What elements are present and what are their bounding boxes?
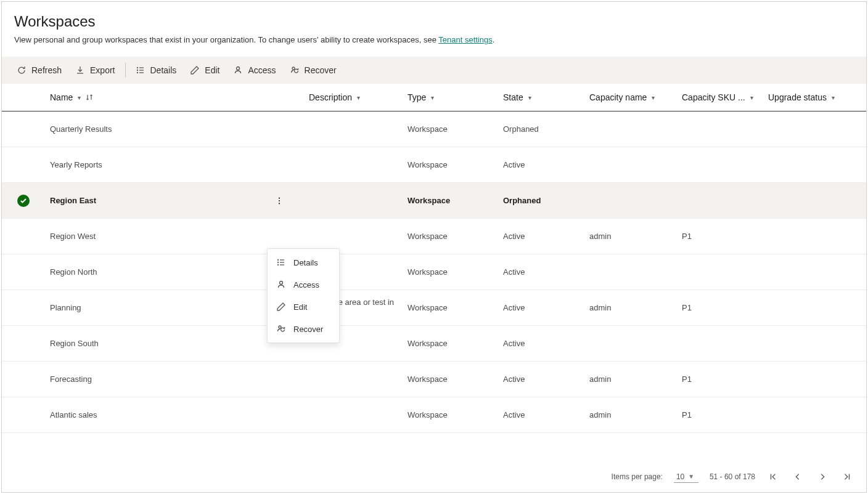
table-row[interactable]: Region EastWorkspaceOrphaned	[2, 183, 866, 219]
row-select-cell[interactable]	[2, 111, 45, 147]
cell-type: Workspace	[403, 147, 498, 183]
export-button[interactable]: Export	[69, 62, 121, 79]
cell-capacity-name: admin	[584, 362, 677, 397]
cell-upgrade-status	[763, 111, 866, 147]
export-label: Export	[90, 65, 115, 75]
toolbar-divider	[125, 63, 126, 78]
col-upgrade-status-header[interactable]: Upgrade status ▾	[768, 92, 835, 102]
context-edit-label: Edit	[293, 302, 307, 312]
cell-state: Active	[498, 326, 584, 362]
recover-icon	[276, 324, 286, 334]
cell-capacity-name	[584, 183, 677, 219]
context-access[interactable]: Access	[268, 273, 339, 296]
cell-state: Active	[498, 397, 584, 433]
pencil-icon	[276, 302, 286, 312]
col-state-header[interactable]: State ▾	[503, 92, 531, 102]
cell-capacity-name: admin	[584, 219, 677, 254]
context-recover[interactable]: Recover	[268, 318, 339, 340]
caret-down-icon: ▼	[688, 473, 694, 480]
row-select-cell[interactable]	[2, 326, 45, 362]
next-page-button[interactable]	[816, 470, 829, 484]
cell-upgrade-status	[763, 397, 866, 433]
context-recover-label: Recover	[293, 325, 323, 334]
recover-label: Recover	[305, 65, 337, 75]
table-row[interactable]: Region WestWorkspaceActiveadminP1	[2, 219, 866, 254]
table-row[interactable]: Quarterly ResultsWorkspaceOrphaned	[2, 111, 866, 147]
table-row[interactable]: Region SouthWorkspaceActive	[2, 326, 866, 362]
cell-capacity-sku	[677, 147, 763, 183]
svg-point-6	[237, 67, 240, 70]
chevron-down-icon: ▾	[528, 94, 531, 101]
cell-more	[267, 183, 304, 219]
row-select-cell[interactable]	[2, 397, 45, 433]
cell-state: Orphaned	[498, 183, 584, 219]
access-label: Access	[248, 65, 276, 75]
cell-capacity-sku	[677, 183, 763, 219]
row-select-cell[interactable]	[2, 147, 45, 183]
tenant-settings-link[interactable]: Tenant settings	[438, 35, 492, 44]
edit-button[interactable]: Edit	[184, 62, 226, 79]
chevron-down-icon: ▾	[78, 94, 81, 101]
list-icon	[276, 257, 286, 267]
col-type-label: Type	[407, 92, 426, 102]
sort-icon	[86, 93, 93, 102]
page-range: 51 - 60 of 178	[710, 472, 755, 481]
col-description-header[interactable]: Description ▾	[309, 92, 360, 102]
col-capacity-sku-header[interactable]: Capacity SKU ... ▾	[682, 92, 753, 102]
chevron-down-icon: ▾	[750, 94, 753, 101]
details-button[interactable]: Details	[129, 62, 183, 79]
cell-state: Orphaned	[498, 111, 584, 147]
prev-page-button[interactable]	[791, 470, 805, 484]
more-options-button[interactable]	[272, 193, 287, 208]
items-per-page-select[interactable]: 10 ▼	[674, 471, 698, 483]
row-select-cell[interactable]	[2, 362, 45, 397]
cell-upgrade-status	[763, 290, 866, 326]
cell-name: Quarterly Results	[45, 111, 267, 147]
cell-name: Region East	[45, 183, 267, 219]
items-per-page-value: 10	[676, 472, 684, 481]
context-details[interactable]: Details	[268, 251, 339, 273]
chevron-down-icon: ▾	[357, 94, 360, 101]
col-type-header[interactable]: Type ▾	[407, 92, 434, 102]
row-select-cell[interactable]	[2, 183, 45, 219]
table-row[interactable]: PlanningorkSpace area or test in BBTWork…	[2, 290, 866, 326]
context-edit[interactable]: Edit	[268, 296, 339, 318]
first-page-button[interactable]	[766, 470, 780, 484]
recover-button[interactable]: Recover	[284, 62, 343, 79]
row-select-cell[interactable]	[2, 290, 45, 326]
refresh-button[interactable]: Refresh	[10, 62, 68, 79]
cell-description	[304, 362, 403, 397]
subtitle-suffix: .	[493, 35, 495, 44]
cell-upgrade-status	[763, 183, 866, 219]
cell-capacity-name: admin	[584, 397, 677, 433]
cell-description	[304, 147, 403, 183]
table-row[interactable]: Atlantic salesWorkspaceActiveadminP1	[2, 397, 866, 433]
col-name-header[interactable]: Name ▾	[50, 92, 93, 102]
col-capacity-name-header[interactable]: Capacity name ▾	[589, 92, 655, 102]
cell-type: Workspace	[403, 183, 498, 219]
person-icon	[233, 65, 243, 75]
cell-description	[304, 183, 403, 219]
cell-capacity-name: admin	[584, 290, 677, 326]
cell-upgrade-status	[763, 219, 866, 254]
row-select-cell[interactable]	[2, 219, 45, 254]
cell-upgrade-status	[763, 326, 866, 362]
refresh-label: Refresh	[31, 65, 62, 75]
context-details-label: Details	[293, 258, 318, 267]
toolbar: Refresh Export Details Edit Access	[2, 57, 866, 84]
cell-type: Workspace	[403, 326, 498, 362]
table-row[interactable]: Yearly ReportsWorkspaceActive	[2, 147, 866, 183]
row-select-cell[interactable]	[2, 254, 45, 290]
access-button[interactable]: Access	[227, 62, 282, 79]
table-row[interactable]: ForecastingWorkspaceActiveadminP1	[2, 362, 866, 397]
cell-capacity-sku: P1	[677, 290, 763, 326]
table-row[interactable]: Region NorthWorkspaceActive	[2, 254, 866, 290]
last-page-button[interactable]	[840, 470, 854, 484]
cell-state: Active	[498, 290, 584, 326]
list-icon	[136, 65, 145, 75]
cell-capacity-sku: P1	[677, 362, 763, 397]
col-upgrade-status-label: Upgrade status	[768, 92, 827, 102]
svg-point-13	[278, 262, 279, 263]
cell-upgrade-status	[763, 147, 866, 183]
recover-icon	[290, 65, 300, 75]
